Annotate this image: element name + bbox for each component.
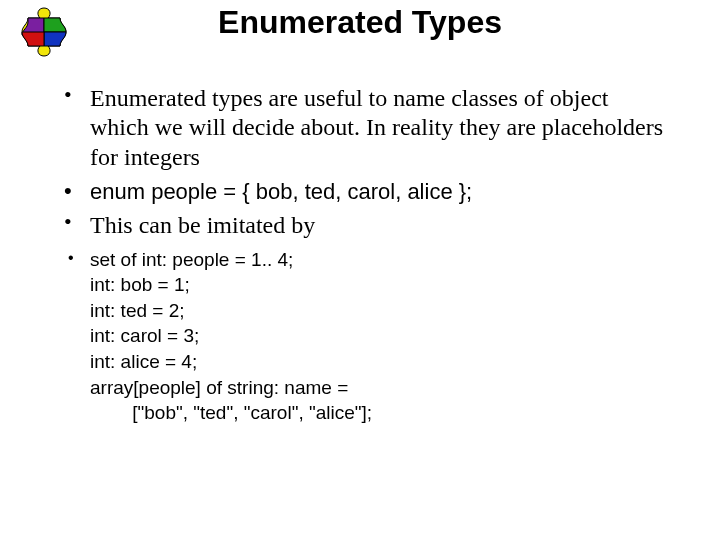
slide-title: Enumerated Types [0, 4, 720, 41]
code-line-5: int: alice = 4; [90, 349, 668, 375]
code-line-7: ["bob", "ted", "carol", "alice"]; [90, 400, 668, 426]
bullet-code: set of int: people = 1.. 4; int: bob = 1… [58, 247, 668, 426]
code-line-3: int: ted = 2; [90, 298, 668, 324]
bullet-imitated-text: This can be imitated by [90, 212, 315, 238]
slide: Enumerated Types Enumerated types are us… [0, 0, 720, 540]
code-line-4: int: carol = 3; [90, 323, 668, 349]
bullet-intro: Enumerated types are useful to name clas… [58, 84, 668, 172]
bullet-enum-decl: enum people = { bob, ted, carol, alice }… [58, 178, 668, 206]
bullet-imitated: This can be imitated by [58, 211, 668, 240]
code-line-1: set of int: people = 1.. 4; [90, 247, 668, 273]
code-line-2: int: bob = 1; [90, 272, 668, 298]
slide-body: Enumerated types are useful to name clas… [58, 84, 668, 432]
bullet-enum-decl-text: enum people = { bob, ted, carol, alice }… [90, 179, 472, 204]
code-line-6: array[people] of string: name = [90, 375, 668, 401]
bullet-intro-text: Enumerated types are useful to name clas… [90, 85, 663, 170]
